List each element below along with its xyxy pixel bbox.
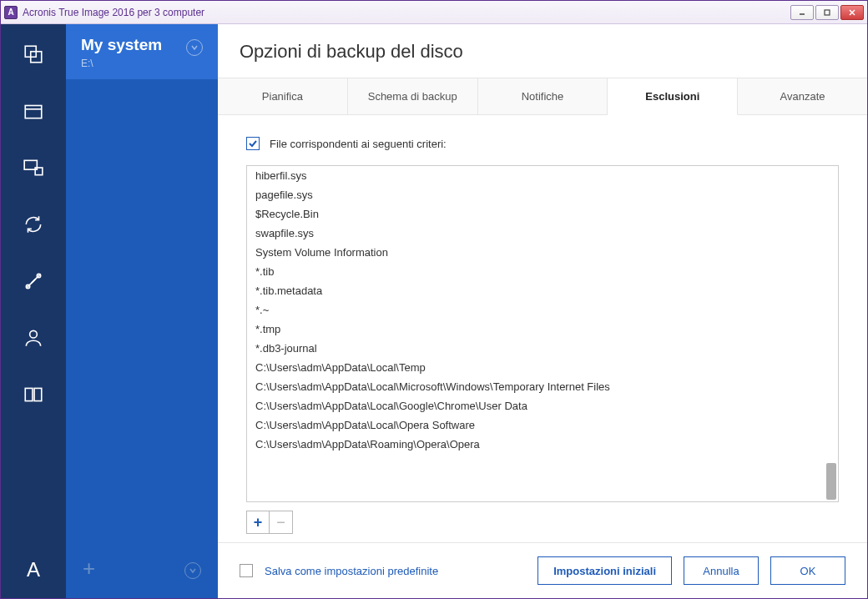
criteria-checkbox[interactable] [246,137,260,150]
tab-notifiche[interactable]: Notifiche [478,78,608,114]
scrollbar-thumb[interactable] [826,463,836,500]
ok-button[interactable]: OK [770,556,845,585]
save-default-label: Salva come impostazioni predefinite [265,565,526,577]
list-controls: + − [246,511,839,534]
tab-content-exclusions: File corrispondenti ai seguenti criteri:… [218,115,867,542]
svg-point-12 [30,330,38,338]
maximize-button[interactable] [815,5,839,20]
main-panel: Opzioni di backup del disco PianificaSch… [218,24,867,598]
cancel-button[interactable]: Annulla [684,556,759,585]
window-title: Acronis True Image 2016 per 3 computer [23,7,790,18]
page-header: Opzioni di backup del disco [218,24,867,78]
list-item[interactable]: swapfile.sys [247,224,838,243]
sidebar-item-selected[interactable]: My system E:\ [66,24,218,79]
backup-icon[interactable] [22,43,45,66]
list-item[interactable]: C:\Users\adm\AppData\Local\Google\Chrome… [247,396,838,415]
window-controls [790,5,864,20]
svg-rect-14 [34,388,42,400]
sync-device-icon[interactable] [22,156,45,179]
list-item[interactable]: *.db3-journal [247,339,838,358]
footer: Salva come impostazioni predefinite Impo… [218,542,867,598]
tab-pianifica[interactable]: Pianifica [218,78,348,114]
icon-rail: A [1,24,66,598]
sync-icon[interactable] [22,213,45,236]
list-item[interactable]: *.tib.metadata [247,281,838,300]
save-default-checkbox[interactable] [240,564,253,577]
tab-esclusioni[interactable]: Esclusioni [608,78,738,115]
archive-icon[interactable] [22,99,45,123]
backup-path: E:\ [81,58,162,69]
list-item[interactable]: *.tib [247,262,838,281]
backup-name: My system [81,36,162,54]
app-window: A Acronis True Image 2016 per 3 computer… [0,0,868,599]
exclusion-list[interactable]: hiberfil.syspagefile.sys$Recycle.Binswap… [246,165,839,502]
sidebar-more-icon[interactable] [184,562,201,579]
list-item[interactable]: pagefile.sys [247,185,838,204]
list-item[interactable]: *.~ [247,300,838,320]
sidebar: My system E:\ + [66,24,218,598]
criteria-label: File corrispondenti ai seguenti criteri: [270,138,447,150]
close-button[interactable] [840,5,864,20]
page-title: Opzioni di backup del disco [240,41,845,63]
minimize-button[interactable] [790,5,814,20]
svg-rect-1 [825,10,830,15]
svg-rect-6 [25,106,42,118]
reset-button[interactable]: Impostazioni iniziali [537,556,672,585]
add-backup-button[interactable]: + [83,556,95,581]
app-icon: A [4,6,18,19]
list-item[interactable]: hiberfil.sys [247,166,838,185]
remove-item-button[interactable]: − [270,511,293,534]
list-item[interactable]: *.tmp [247,320,838,339]
list-item[interactable]: C:\Users\adm\AppData\Local\Temp [247,358,838,377]
brand-letter-icon[interactable]: A [27,558,40,581]
tools-icon[interactable] [22,269,45,293]
svg-rect-9 [35,168,43,175]
chevron-down-icon[interactable] [186,39,203,56]
help-icon[interactable] [22,383,45,406]
tab-schema-di-backup[interactable]: Schema di backup [348,78,478,114]
account-icon[interactable] [22,326,45,350]
tabs: PianificaSchema di backupNotificheEsclus… [218,78,867,115]
svg-rect-13 [25,388,33,400]
list-item[interactable]: C:\Users\adm\AppData\Roaming\Opera\Opera [247,435,838,454]
list-item[interactable]: C:\Users\adm\AppData\Local\Opera Softwar… [247,415,838,435]
list-item[interactable]: C:\Users\adm\AppData\Local\Microsoft\Win… [247,377,838,396]
tab-avanzate[interactable]: Avanzate [738,78,867,114]
titlebar: A Acronis True Image 2016 per 3 computer [1,1,867,24]
list-item[interactable]: $Recycle.Bin [247,204,838,224]
add-item-button[interactable]: + [246,511,270,534]
list-item[interactable]: System Volume Information [247,243,838,262]
